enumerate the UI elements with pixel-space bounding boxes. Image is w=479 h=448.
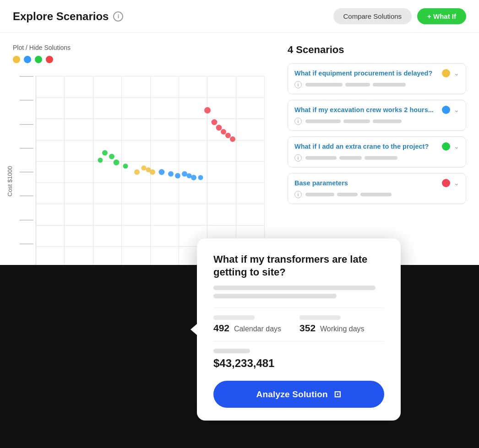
- scenario-title: What if equipment procurement is delayed…: [294, 70, 438, 77]
- dot-legend: [13, 56, 274, 63]
- grid-cell: [93, 97, 122, 119]
- placeholder-bar: [305, 83, 343, 86]
- grid-cell: [151, 119, 179, 140]
- scenario-title: What if my excavation crew works 2 hours…: [294, 106, 438, 113]
- scenario-placeholder-bars: [305, 193, 392, 196]
- working-days-label-ph: [299, 315, 341, 320]
- grid-cell: [151, 140, 179, 162]
- scenario-title: What if I add an extra crane to the proj…: [294, 143, 438, 150]
- scenario-card[interactable]: What if I add an extra crane to the proj…: [288, 136, 466, 167]
- grid-cell: [93, 183, 122, 204]
- placeholder-bar: [373, 83, 406, 86]
- chevron-down-icon[interactable]: ⌄: [454, 70, 459, 77]
- grid-cell: [36, 97, 65, 119]
- grid-cell: [122, 204, 150, 225]
- scatter-dot: [212, 119, 218, 125]
- grid-cell: [179, 140, 207, 162]
- grid-cell: [179, 204, 207, 225]
- grid-cell: [122, 183, 150, 204]
- scatter-dot: [134, 169, 140, 175]
- scenario-header: What if equipment procurement is delayed…: [294, 69, 459, 77]
- tooltip-arrow: [191, 324, 197, 335]
- placeholder-bar: [360, 193, 392, 196]
- grid-cell: [36, 225, 65, 247]
- legend-dot-green[interactable]: [35, 56, 42, 63]
- analyze-solution-button[interactable]: Analyze Solution ⊡: [213, 381, 384, 408]
- scenarios-list: What if equipment procurement is delayed…: [288, 63, 466, 204]
- grid-cell: [151, 97, 179, 119]
- info-icon[interactable]: i: [113, 11, 123, 22]
- y-ticks: [13, 76, 33, 268]
- calendar-days-stat: 492 Calendar days: [213, 315, 281, 334]
- divider-1: [213, 308, 384, 308]
- scenario-card[interactable]: What if equipment procurement is delayed…: [288, 63, 466, 94]
- header-left: Explore Scenarios i: [13, 10, 123, 23]
- grid-cell: [151, 76, 179, 97]
- grid-cell: [93, 140, 122, 162]
- scatter-dot: [168, 171, 174, 177]
- grid-cell: [122, 97, 150, 119]
- grid-cell: [36, 119, 65, 140]
- chevron-down-icon[interactable]: ⌄: [454, 106, 459, 113]
- scenarios-count: 4 Scenarios: [288, 44, 466, 56]
- grid-cell: [236, 183, 265, 204]
- legend-dot-yellow[interactable]: [13, 56, 20, 63]
- placeholder-bar: [345, 83, 370, 86]
- grid-cell: [236, 140, 265, 162]
- placeholder-bar: [305, 156, 337, 160]
- scatter-dot: [102, 150, 108, 156]
- grid-cell: [236, 161, 265, 183]
- scenario-header: Base parameters⌄: [294, 179, 459, 187]
- grid-cell: [65, 76, 93, 97]
- compare-solutions-button[interactable]: Compare Solutions: [333, 8, 412, 24]
- scenario-card[interactable]: Base parameters⌄i: [288, 173, 466, 204]
- grid-cell: [65, 119, 93, 140]
- grid-cell: [93, 76, 122, 97]
- scatter-dot: [204, 107, 211, 113]
- grid-cell: [36, 183, 65, 204]
- grid-cell: [207, 97, 236, 119]
- grid-cell: [122, 140, 150, 162]
- placeholder-bar: [373, 119, 402, 123]
- scatter-dot: [113, 159, 119, 165]
- calendar-days-value: 492 Calendar days: [213, 323, 281, 334]
- grid-cell: [236, 97, 265, 119]
- info-icon[interactable]: i: [294, 154, 302, 162]
- scenario-header: What if my excavation crew works 2 hours…: [294, 106, 459, 114]
- grid-cell: [151, 183, 179, 204]
- working-days-value: 352 Working days: [299, 323, 365, 334]
- scatter-dot: [230, 136, 235, 142]
- working-days-stat: 352 Working days: [299, 315, 365, 334]
- scenario-color-badge: [442, 69, 450, 77]
- info-icon[interactable]: i: [294, 118, 302, 125]
- grid-cell: [207, 161, 236, 183]
- calendar-days-label-ph: [213, 315, 255, 320]
- scenario-info-row: i: [294, 81, 459, 88]
- page-title: Explore Scenarios: [13, 10, 109, 23]
- grid-cell: [151, 204, 179, 225]
- ph-line-2: [213, 294, 337, 298]
- placeholder-bar: [305, 119, 341, 123]
- grid-cell: [65, 183, 93, 204]
- cost-label-ph: [213, 349, 250, 353]
- scatter-dot: [123, 163, 128, 168]
- info-icon[interactable]: i: [294, 191, 302, 198]
- scenario-card[interactable]: What if my excavation crew works 2 hours…: [288, 100, 466, 131]
- what-if-button[interactable]: + What If: [417, 8, 466, 24]
- grid-cell: [122, 119, 150, 140]
- grid-cell: [207, 76, 236, 97]
- header: Explore Scenarios i Compare Solutions + …: [0, 0, 479, 33]
- grid-cell: [179, 76, 207, 97]
- chevron-down-icon[interactable]: ⌄: [454, 143, 459, 150]
- legend-dot-blue[interactable]: [24, 56, 31, 63]
- info-icon[interactable]: i: [294, 81, 302, 88]
- grid-cell: [93, 119, 122, 140]
- grid-cell: [236, 76, 265, 97]
- grid-cell: [207, 140, 236, 162]
- chevron-down-icon[interactable]: ⌄: [454, 179, 459, 187]
- analyze-icon: ⊡: [334, 389, 341, 399]
- legend-dot-red[interactable]: [46, 56, 53, 63]
- scenario-info-row: i: [294, 118, 459, 125]
- grid-cell: [179, 97, 207, 119]
- grid-cell: [65, 204, 93, 225]
